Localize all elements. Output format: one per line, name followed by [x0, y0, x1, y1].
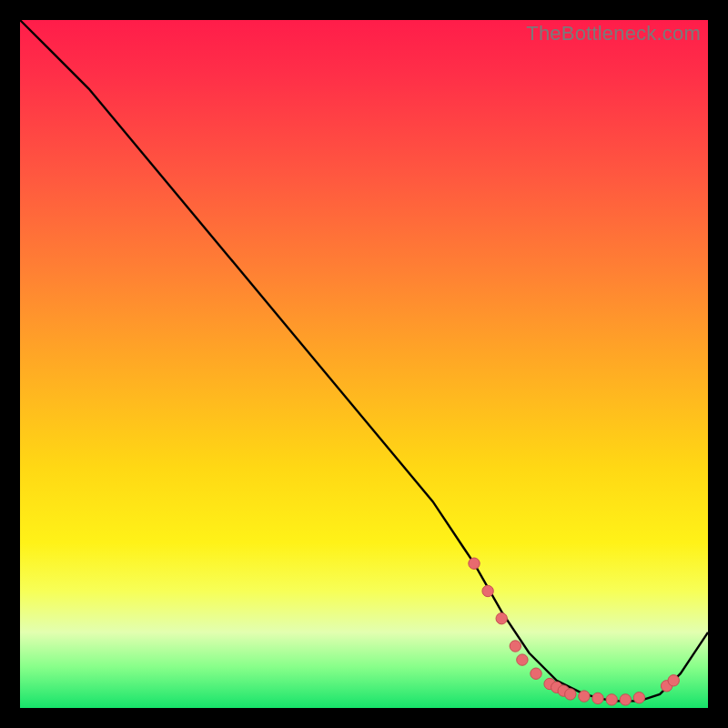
curve-marker [592, 693, 603, 703]
curve-marker [482, 585, 493, 596]
bottleneck-curve [20, 20, 708, 701]
curve-marker [620, 694, 631, 705]
curve-marker [517, 654, 528, 665]
curve-markers [469, 558, 680, 705]
curve-marker [633, 693, 644, 703]
curve-marker [469, 558, 480, 569]
curve-marker [496, 613, 507, 624]
curve-marker [531, 668, 541, 679]
curve-marker [606, 694, 617, 705]
curve-marker [668, 675, 679, 686]
plot-area: TheBottleneck.com [20, 20, 708, 708]
curve-layer [20, 20, 708, 708]
curve-marker [565, 689, 576, 700]
curve-marker [510, 641, 521, 652]
curve-marker [579, 691, 590, 702]
chart-frame: TheBottleneck.com [0, 0, 728, 728]
